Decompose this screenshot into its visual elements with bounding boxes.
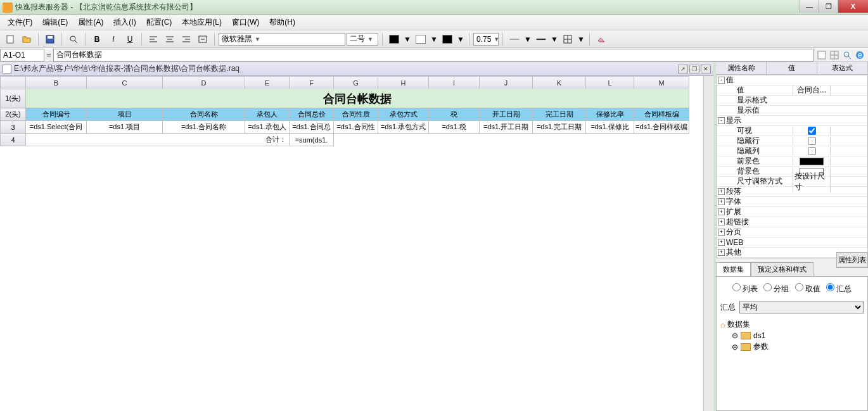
preview-button[interactable] bbox=[66, 32, 81, 46]
header-cell[interactable]: 合同性质 bbox=[334, 108, 378, 121]
property-row[interactable]: -值 bbox=[717, 75, 867, 85]
header-cell[interactable]: 合同样板编 bbox=[634, 108, 689, 121]
fb-icon-ie[interactable]: e bbox=[854, 49, 865, 61]
tree-toggle-icon[interactable]: + bbox=[718, 208, 725, 215]
borders-dropdown[interactable]: ▼ bbox=[577, 32, 585, 46]
header-cell[interactable]: 保修比率 bbox=[586, 108, 634, 121]
col-header[interactable]: E bbox=[245, 77, 290, 89]
tree-toggle-icon[interactable]: + bbox=[718, 229, 725, 236]
property-value[interactable] bbox=[793, 147, 831, 155]
row-header-2[interactable]: 2(头) bbox=[1, 108, 26, 121]
header-cell[interactable]: 合同名称 bbox=[163, 108, 245, 121]
bold-button[interactable]: B bbox=[89, 32, 105, 46]
minimize-button[interactable]: — bbox=[800, 0, 819, 13]
header-cell[interactable]: 承包人 bbox=[245, 108, 290, 121]
property-row[interactable]: -显示 bbox=[717, 116, 867, 126]
menu-insert[interactable]: 插入(I) bbox=[108, 16, 141, 29]
new-button[interactable] bbox=[3, 32, 18, 46]
formula-input[interactable]: 合同台帐数据 bbox=[53, 49, 814, 61]
property-row[interactable]: 隐藏行 bbox=[717, 136, 867, 146]
col-header[interactable]: L bbox=[586, 77, 634, 89]
fg-color-dropdown[interactable]: ▼ bbox=[403, 32, 412, 46]
document-tab[interactable]: E:\邦永产品\客户\华信\华信报表-潘\合同台帐数据\合同台帐数据.raq ↗… bbox=[0, 62, 713, 76]
col-header[interactable]: F bbox=[290, 77, 334, 89]
col-header[interactable]: K bbox=[533, 77, 586, 89]
col-header[interactable]: D bbox=[163, 77, 245, 89]
tree-toggle-icon[interactable]: + bbox=[718, 218, 725, 225]
dataset-tree[interactable]: ⌂数据集 ⊖ds1 ⊖参数 bbox=[720, 319, 864, 353]
radio-list[interactable]: 列表 bbox=[732, 284, 758, 293]
doc-max-button[interactable]: ❐ bbox=[689, 65, 699, 73]
font-name-select[interactable]: 微软雅黑▼ bbox=[219, 33, 345, 46]
border-color-button[interactable] bbox=[440, 32, 455, 46]
tree-node-params[interactable]: ⊖参数 bbox=[732, 341, 864, 353]
data-cell[interactable]: =ds1.承包方式 bbox=[378, 121, 429, 134]
cell-address-input[interactable]: A1-O1 bbox=[0, 49, 44, 61]
col-header[interactable]: J bbox=[480, 77, 533, 89]
tree-root[interactable]: ⌂数据集 bbox=[720, 319, 864, 331]
row-header-4[interactable]: 4 bbox=[1, 134, 26, 146]
title-cell[interactable]: 合同台帐数据 bbox=[26, 89, 689, 108]
property-row[interactable]: +WEB bbox=[717, 237, 867, 248]
data-cell[interactable]: =ds1.承包人 bbox=[245, 121, 290, 134]
col-header[interactable]: G bbox=[334, 77, 378, 89]
menu-props[interactable]: 属性(A) bbox=[73, 16, 108, 29]
property-value[interactable] bbox=[793, 127, 831, 135]
radio-summary[interactable]: 汇总 bbox=[826, 284, 852, 293]
property-row[interactable]: 前景色 bbox=[717, 156, 867, 167]
tree-toggle-icon[interactable]: + bbox=[718, 239, 725, 246]
header-cell[interactable]: 项目 bbox=[87, 108, 163, 121]
data-cell[interactable]: =ds1.开工日期 bbox=[480, 121, 533, 134]
align-right-button[interactable] bbox=[179, 32, 194, 46]
data-cell[interactable]: =ds1.合同名称 bbox=[163, 121, 245, 134]
tab-predef[interactable]: 预定义格和样式 bbox=[751, 262, 814, 276]
data-cell[interactable]: =ds1.保修比 bbox=[586, 121, 634, 134]
tree-toggle-icon[interactable]: + bbox=[718, 188, 725, 195]
align-left-button[interactable] bbox=[146, 32, 161, 46]
property-value[interactable]: 按设计尺寸 bbox=[793, 171, 831, 193]
zoom-select[interactable]: 0.75▼ bbox=[473, 33, 499, 46]
property-row[interactable]: +超链接 bbox=[717, 217, 867, 227]
menu-config[interactable]: 配置(C) bbox=[141, 16, 177, 29]
bg-color-button[interactable] bbox=[413, 32, 428, 46]
border-color-dropdown[interactable]: ▼ bbox=[456, 32, 465, 46]
property-value[interactable]: 合同台... bbox=[793, 85, 831, 96]
font-size-select[interactable]: 二号▼ bbox=[347, 33, 378, 46]
fb-icon-preview[interactable] bbox=[841, 49, 853, 61]
data-cell[interactable]: =ds1.税 bbox=[429, 121, 480, 134]
clear-button[interactable] bbox=[594, 32, 609, 46]
corner-cell[interactable] bbox=[1, 77, 26, 89]
row-header-3[interactable]: 3 bbox=[1, 121, 26, 134]
header-cell[interactable]: 合同总价 bbox=[290, 108, 334, 121]
property-row[interactable]: +扩展 bbox=[717, 207, 867, 217]
close-button[interactable]: X bbox=[838, 0, 868, 13]
data-cell[interactable]: =ds1.项目 bbox=[87, 121, 163, 134]
agg-select[interactable]: 平均 bbox=[739, 301, 864, 313]
doc-extern-button[interactable]: ↗ bbox=[678, 65, 688, 73]
side-tab-props[interactable]: 属性列表 bbox=[836, 252, 868, 268]
data-cell[interactable]: =ds1.合同性 bbox=[334, 121, 378, 134]
property-row[interactable]: 尺寸调整方式按设计尺寸 bbox=[717, 177, 867, 187]
property-row[interactable]: +分页 bbox=[717, 227, 867, 237]
col-header[interactable]: B bbox=[26, 77, 87, 89]
property-value[interactable] bbox=[793, 137, 831, 145]
fg-color-button[interactable] bbox=[386, 32, 402, 46]
property-row[interactable]: +字体 bbox=[717, 197, 867, 207]
tree-toggle-icon[interactable]: - bbox=[718, 117, 725, 124]
fb-icon-grid[interactable] bbox=[829, 49, 840, 61]
save-button[interactable] bbox=[42, 32, 58, 46]
bg-color-dropdown[interactable]: ▼ bbox=[430, 32, 438, 46]
data-cell[interactable]: =ds1.Select(合同 bbox=[26, 121, 87, 134]
line-style-button[interactable] bbox=[507, 32, 522, 46]
underline-button[interactable]: U bbox=[122, 32, 137, 46]
italic-button[interactable]: I bbox=[106, 32, 121, 46]
col-header[interactable]: H bbox=[378, 77, 429, 89]
data-cell[interactable]: =ds1.合同样板编 bbox=[634, 121, 689, 134]
property-value[interactable] bbox=[793, 158, 831, 165]
report-sheet[interactable]: B C D E F G H I J K L M 1(头) bbox=[0, 76, 703, 411]
header-cell[interactable]: 税 bbox=[429, 108, 480, 121]
sum-label-cell[interactable]: 合计： bbox=[26, 134, 290, 146]
vertical-scrollbar[interactable] bbox=[703, 76, 713, 411]
tree-node-ds1[interactable]: ⊖ds1 bbox=[732, 331, 864, 341]
menu-file[interactable]: 文件(F) bbox=[3, 16, 37, 29]
